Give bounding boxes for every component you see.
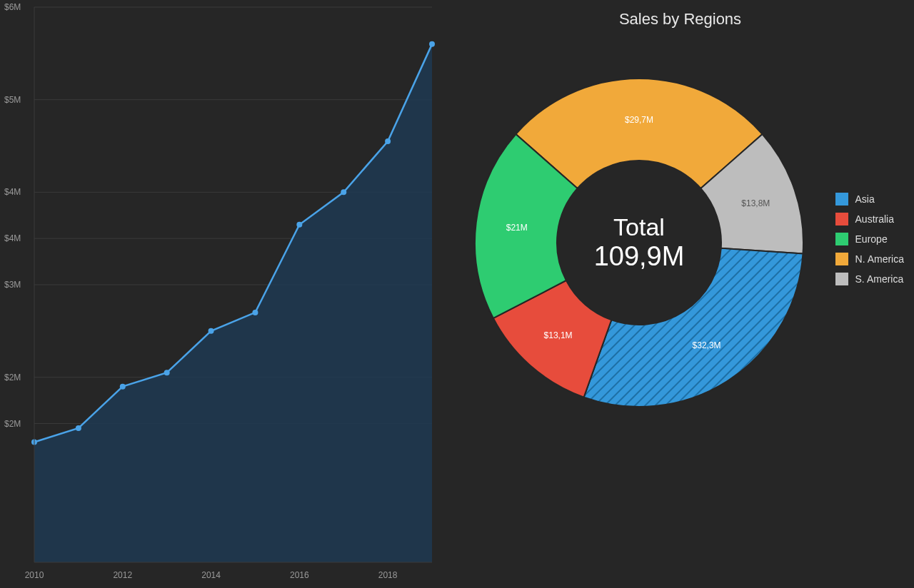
legend-item[interactable]: Australia: [835, 213, 904, 225]
donut-center-top: Total: [594, 213, 685, 241]
donut-panel: Sales by Regions Total 109,9M $29,7M$13,…: [446, 0, 914, 588]
area-chart-svg: $2M$2M$3M$4M$4M$5M$6M2010201220142016201…: [0, 0, 446, 588]
svg-point-24: [252, 310, 258, 315]
legend-item[interactable]: N. America: [835, 253, 904, 265]
legend-label: Australia: [855, 213, 894, 225]
donut-chart: Total 109,9M $29,7M$13,8M$32,3M$13,1M$21…: [461, 64, 818, 421]
legend-swatch: [835, 213, 848, 225]
svg-text:2012: 2012: [113, 570, 132, 580]
svg-text:$6M: $6M: [4, 2, 21, 12]
slice-label: $21M: [506, 223, 528, 233]
legend-label: N. America: [855, 253, 904, 265]
svg-text:$4M: $4M: [4, 233, 21, 243]
svg-point-20: [76, 425, 81, 431]
svg-point-28: [429, 41, 435, 47]
legend-item[interactable]: Asia: [835, 193, 904, 206]
svg-point-27: [385, 138, 391, 144]
donut-center-bottom: 109,9M: [594, 241, 685, 272]
svg-text:$4M: $4M: [4, 187, 21, 197]
slice-label: $13,8M: [741, 198, 770, 208]
area-chart: $2M$2M$3M$4M$4M$5M$6M2010201220142016201…: [0, 0, 446, 588]
donut-legend: AsiaAustraliaEuropeN. AmericaS. America: [835, 193, 904, 293]
legend-item[interactable]: S. America: [835, 273, 904, 285]
svg-point-26: [341, 189, 346, 195]
svg-text:2016: 2016: [290, 570, 309, 580]
svg-text:$5M: $5M: [4, 95, 21, 105]
svg-text:2014: 2014: [201, 570, 221, 580]
legend-swatch: [835, 193, 848, 206]
svg-point-23: [209, 328, 214, 334]
legend-label: Asia: [855, 193, 875, 205]
svg-point-21: [120, 384, 126, 390]
svg-point-22: [164, 370, 170, 375]
slice-label: $32,3M: [693, 340, 721, 350]
donut-center: Total 109,9M: [594, 213, 685, 272]
svg-text:$2M: $2M: [4, 419, 21, 429]
svg-text:$3M: $3M: [4, 280, 21, 290]
svg-text:$2M: $2M: [4, 372, 21, 382]
legend-label: S. America: [855, 273, 904, 285]
slice-label: $13,1M: [544, 330, 573, 340]
svg-text:2010: 2010: [25, 570, 44, 580]
donut-title: Sales by Regions: [446, 10, 914, 29]
svg-text:2018: 2018: [378, 570, 398, 580]
legend-swatch: [835, 273, 848, 285]
slice-label: $29,7M: [625, 115, 653, 125]
legend-swatch: [835, 233, 848, 245]
svg-point-25: [296, 222, 302, 228]
legend-swatch: [835, 253, 848, 265]
legend-item[interactable]: Europe: [835, 233, 904, 245]
legend-label: Europe: [855, 233, 888, 245]
